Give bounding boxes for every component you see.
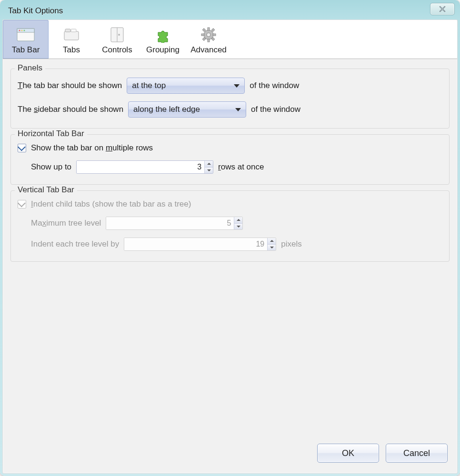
category-toolbar: Tab Bar Tabs: [3, 20, 457, 59]
checkbox-multi-rows[interactable]: [18, 144, 26, 152]
tab-tab-bar[interactable]: Tab Bar: [3, 20, 49, 59]
spinner-up: [234, 217, 242, 223]
chevron-down-icon: [234, 84, 240, 88]
cancel-button[interactable]: Cancel: [386, 444, 448, 463]
titlebar: Tab Kit Options: [2, 2, 458, 20]
group-horizontal-tab-bar: Horizontal Tab Bar Show the tab bar on m…: [10, 134, 450, 185]
label-max-tree-level: Maximum tree level: [31, 218, 101, 228]
svg-rect-16: [213, 34, 216, 36]
spinner-up: [268, 238, 276, 244]
row-multi-rows: Show the tab bar on multiple rows: [18, 139, 442, 157]
row-indent-each-level: Indent each tree level by pixels: [18, 234, 442, 255]
select-sidebar-position[interactable]: along the left edge: [128, 101, 246, 118]
spinner-buttons: [267, 238, 276, 250]
spinner-buttons: [234, 217, 242, 229]
input-row-count[interactable]: [77, 161, 204, 173]
label-suffix: of the window: [250, 81, 299, 90]
select-value: at the top: [132, 81, 166, 90]
spinner-buttons: [204, 161, 213, 173]
svg-rect-13: [208, 28, 210, 30]
tab-label: Tab Bar: [12, 45, 40, 55]
label-pixels: pixels: [281, 239, 301, 249]
row-sidebar-position: The sidebar should be shown along the le…: [18, 98, 442, 121]
close-button[interactable]: [430, 3, 455, 15]
svg-rect-14: [208, 39, 210, 42]
input-indent-pixels: [124, 238, 267, 250]
input-max-tree-level: [106, 217, 234, 229]
spinbox-row-count[interactable]: [76, 160, 213, 174]
svg-point-2: [19, 30, 20, 31]
svg-rect-5: [64, 31, 79, 40]
folder-tabs-icon: [62, 26, 81, 43]
spinner-down[interactable]: [205, 167, 213, 174]
svg-point-3: [21, 30, 23, 31]
label-rows-at-once: rows at once: [218, 162, 264, 172]
tab-advanced[interactable]: Advanced: [186, 20, 231, 59]
tab-controls[interactable]: Controls: [94, 20, 140, 59]
checkbox-indent-child-tabs: [18, 200, 26, 208]
group-panels: Panels The tab bar should be shown at th…: [10, 69, 450, 129]
inner-frame: Tab Bar Tabs: [2, 20, 458, 474]
window-title: Tab Kit Options: [8, 6, 63, 16]
chevron-down-icon: [235, 108, 241, 111]
gear-icon: [199, 26, 218, 43]
svg-point-12: [207, 33, 210, 37]
controls-icon: [108, 26, 127, 43]
label-multi-rows: Show the tab bar on multiple rows: [31, 143, 153, 153]
select-value: along the left edge: [133, 105, 200, 114]
svg-rect-15: [201, 34, 204, 36]
tab-label: Grouping: [146, 45, 180, 55]
row-show-up-to: Show up to rows at once: [18, 157, 442, 178]
group-vertical-tab-bar: Vertical Tab Bar Indent child tabs (show…: [10, 190, 450, 262]
label-tab-bar-position: The tab bar should be shown: [18, 81, 122, 90]
label-sidebar-position: The sidebar should be shown: [18, 105, 123, 114]
svg-rect-19: [211, 29, 214, 31]
group-title: Panels: [15, 63, 45, 73]
svg-rect-17: [202, 29, 205, 31]
content-area: Panels The tab bar should be shown at th…: [3, 59, 457, 435]
tab-label: Controls: [102, 45, 132, 55]
footer: OK Cancel: [3, 435, 457, 473]
label-suffix: of the window: [251, 105, 300, 114]
ok-button[interactable]: OK: [317, 444, 379, 463]
label-indent-each-level: Indent each tree level by: [31, 239, 119, 249]
spinner-down: [268, 244, 276, 251]
window-icon: [16, 26, 35, 43]
row-indent-child-tabs: Indent child tabs (show the tab bar as a…: [18, 196, 442, 213]
close-icon: [439, 5, 446, 13]
tab-tabs[interactable]: Tabs: [49, 20, 94, 59]
select-tab-bar-position[interactable]: at the top: [127, 78, 245, 94]
svg-rect-7: [71, 29, 76, 32]
label-show-up-to: Show up to: [31, 162, 71, 172]
svg-rect-6: [65, 29, 70, 32]
spinbox-indent-pixels: [124, 238, 276, 251]
svg-point-4: [24, 30, 25, 31]
tab-label: Advanced: [190, 45, 227, 55]
tab-label: Tabs: [63, 45, 80, 55]
spinner-down: [234, 223, 242, 230]
puzzle-icon: [153, 26, 172, 43]
spinner-up[interactable]: [205, 161, 213, 167]
group-title: Horizontal Tab Bar: [15, 129, 87, 139]
svg-point-10: [118, 34, 120, 36]
options-window: Tab Kit Options Tab Bar: [0, 0, 460, 476]
tab-grouping[interactable]: Grouping: [140, 20, 186, 59]
group-title: Vertical Tab Bar: [15, 185, 77, 195]
row-tab-bar-position: The tab bar should be shown at the top o…: [18, 74, 442, 98]
row-max-tree-level: Maximum tree level: [18, 213, 442, 234]
spinbox-max-tree-level: [106, 217, 243, 230]
label-indent-child-tabs: Indent child tabs (show the tab bar as a…: [31, 199, 191, 209]
